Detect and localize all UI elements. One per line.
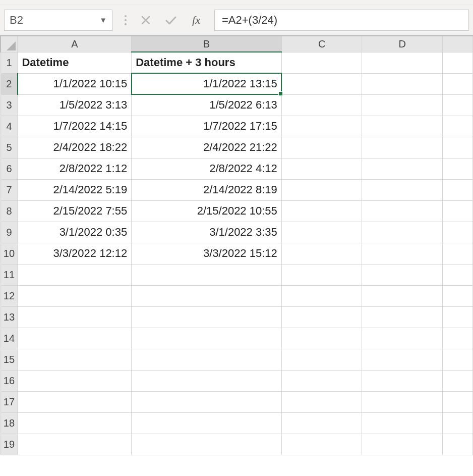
row-header-4[interactable]: 4 — [1, 116, 18, 137]
cell-A4[interactable]: 1/7/2022 14:15 — [18, 116, 132, 137]
cell-E18[interactable] — [443, 412, 473, 434]
cell-B7[interactable]: 2/14/2022 8:19 — [132, 179, 282, 200]
cell-E10[interactable] — [443, 243, 473, 264]
cell-E17[interactable] — [443, 391, 473, 412]
cell-A9[interactable]: 3/1/2022 0:35 — [18, 222, 132, 243]
cell-B1[interactable]: Datetime + 3 hours — [132, 52, 282, 73]
cell-D4[interactable] — [362, 116, 443, 137]
cell-E15[interactable] — [443, 349, 473, 370]
cell-B5[interactable]: 2/4/2022 21:22 — [132, 137, 282, 158]
cell-A10[interactable]: 3/3/2022 12:12 — [18, 243, 132, 264]
cell-B11[interactable] — [132, 264, 282, 285]
formula-input[interactable]: =A2+(3/24) — [214, 10, 469, 31]
cell-C10[interactable] — [281, 243, 362, 264]
cell-B10[interactable]: 3/3/2022 15:12 — [132, 243, 282, 264]
cell-C18[interactable] — [281, 412, 362, 434]
cell-A18[interactable] — [18, 412, 132, 434]
cell-B3[interactable]: 1/5/2022 6:13 — [132, 94, 282, 116]
cell-E5[interactable] — [443, 137, 473, 158]
cell-B19[interactable] — [132, 434, 282, 455]
cell-D5[interactable] — [362, 137, 443, 158]
cell-A14[interactable] — [18, 328, 132, 349]
cell-C5[interactable] — [281, 137, 362, 158]
row-header-8[interactable]: 8 — [1, 200, 18, 222]
row-header-10[interactable]: 10 — [1, 243, 18, 264]
cell-D11[interactable] — [362, 264, 443, 285]
cell-C13[interactable] — [281, 306, 362, 328]
cell-D1[interactable] — [362, 52, 443, 73]
cell-B6[interactable]: 2/8/2022 4:12 — [132, 158, 282, 179]
cell-D2[interactable] — [362, 73, 443, 94]
cell-E19[interactable] — [443, 434, 473, 455]
cell-E1[interactable] — [443, 52, 473, 73]
cell-D7[interactable] — [362, 179, 443, 200]
cell-D6[interactable] — [362, 158, 443, 179]
dots-vertical-icon[interactable] — [120, 10, 132, 31]
cancel-icon[interactable] — [135, 10, 157, 31]
row-header-13[interactable]: 13 — [1, 306, 18, 328]
cell-E8[interactable] — [443, 200, 473, 222]
cell-E6[interactable] — [443, 158, 473, 179]
cell-B18[interactable] — [132, 412, 282, 434]
cell-B13[interactable] — [132, 306, 282, 328]
col-header-A[interactable]: A — [18, 36, 132, 52]
cell-D8[interactable] — [362, 200, 443, 222]
row-header-1[interactable]: 1 — [1, 52, 18, 73]
cell-E12[interactable] — [443, 285, 473, 306]
cell-E11[interactable] — [443, 264, 473, 285]
cell-D15[interactable] — [362, 349, 443, 370]
cell-D17[interactable] — [362, 391, 443, 412]
cell-A8[interactable]: 2/15/2022 7:55 — [18, 200, 132, 222]
cell-C19[interactable] — [281, 434, 362, 455]
cell-B9[interactable]: 3/1/2022 3:35 — [132, 222, 282, 243]
cell-D3[interactable] — [362, 94, 443, 116]
chevron-down-icon[interactable]: ▼ — [99, 16, 107, 24]
cell-D16[interactable] — [362, 370, 443, 391]
insert-function-button[interactable]: fx — [185, 10, 207, 31]
cell-E16[interactable] — [443, 370, 473, 391]
cell-C1[interactable] — [281, 52, 362, 73]
row-header-3[interactable]: 3 — [1, 94, 18, 116]
cell-D19[interactable] — [362, 434, 443, 455]
cell-E13[interactable] — [443, 306, 473, 328]
cell-E2[interactable] — [443, 73, 473, 94]
cell-C9[interactable] — [281, 222, 362, 243]
cell-A2[interactable]: 1/1/2022 10:15 — [18, 73, 132, 94]
cell-C15[interactable] — [281, 349, 362, 370]
row-header-14[interactable]: 14 — [1, 328, 18, 349]
row-header-15[interactable]: 15 — [1, 349, 18, 370]
cell-C7[interactable] — [281, 179, 362, 200]
cell-D12[interactable] — [362, 285, 443, 306]
cell-A17[interactable] — [18, 391, 132, 412]
cell-E4[interactable] — [443, 116, 473, 137]
cell-B8[interactable]: 2/15/2022 10:55 — [132, 200, 282, 222]
cell-C4[interactable] — [281, 116, 362, 137]
cell-D13[interactable] — [362, 306, 443, 328]
cell-B14[interactable] — [132, 328, 282, 349]
cell-A12[interactable] — [18, 285, 132, 306]
cell-A19[interactable] — [18, 434, 132, 455]
cell-A3[interactable]: 1/5/2022 3:13 — [18, 94, 132, 116]
cell-C11[interactable] — [281, 264, 362, 285]
cell-E7[interactable] — [443, 179, 473, 200]
cell-A15[interactable] — [18, 349, 132, 370]
cell-D18[interactable] — [362, 412, 443, 434]
row-header-6[interactable]: 6 — [1, 158, 18, 179]
cell-B4[interactable]: 1/7/2022 17:15 — [132, 116, 282, 137]
cell-C3[interactable] — [281, 94, 362, 116]
row-header-17[interactable]: 17 — [1, 391, 18, 412]
enter-check-icon[interactable] — [160, 10, 182, 31]
cell-A5[interactable]: 2/4/2022 18:22 — [18, 137, 132, 158]
cell-C8[interactable] — [281, 200, 362, 222]
cell-C12[interactable] — [281, 285, 362, 306]
cell-C6[interactable] — [281, 158, 362, 179]
row-header-2[interactable]: 2 — [1, 73, 18, 94]
spreadsheet-grid[interactable]: A B C D 1 Datetime Datetime + 3 hours 2 … — [0, 35, 473, 455]
row-header-19[interactable]: 19 — [1, 434, 18, 455]
cell-C17[interactable] — [281, 391, 362, 412]
cell-B15[interactable] — [132, 349, 282, 370]
name-box[interactable]: B2 ▼ — [4, 10, 112, 31]
cell-D9[interactable] — [362, 222, 443, 243]
cell-A13[interactable] — [18, 306, 132, 328]
cell-A16[interactable] — [18, 370, 132, 391]
